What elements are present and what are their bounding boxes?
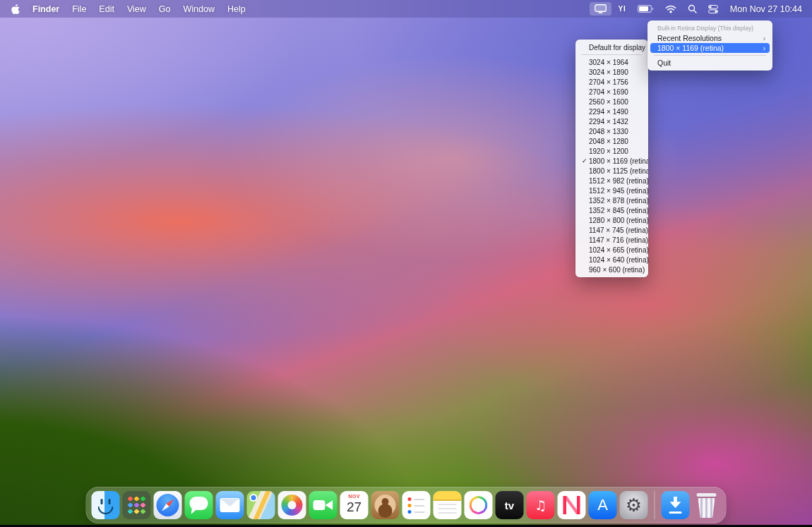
resolution-label: 1512 × 945 (retina) (589, 187, 648, 195)
dock-calendar-icon[interactable]: NOV27 (340, 491, 369, 519)
menu-item-quit[interactable]: Quit (650, 58, 770, 68)
dock-maps-icon[interactable] (247, 491, 275, 519)
resolution-option[interactable]: 1147 × 716 (retina) (578, 235, 645, 245)
dock-facetime-icon[interactable] (309, 491, 338, 519)
resolution-option[interactable]: 1147 × 745 (retina) (578, 225, 645, 235)
resolution-label: 1512 × 982 (retina) (589, 177, 648, 185)
dock-music-icon[interactable] (527, 491, 555, 519)
menubar-item-view[interactable]: View (121, 4, 153, 14)
resolution-label: 2048 × 1330 (589, 128, 628, 135)
resolution-option[interactable]: 1920 × 1200 (578, 146, 645, 156)
dock-settings-icon[interactable] (620, 491, 648, 519)
search-icon (688, 4, 697, 13)
battery-status[interactable] (633, 3, 659, 15)
resolution-label: 1147 × 716 (retina) (589, 236, 648, 244)
spotlight[interactable] (683, 2, 702, 16)
dock-freeform-icon[interactable] (465, 491, 493, 519)
menu-item-label: Quit (657, 59, 671, 67)
menubar-item-finder[interactable]: Finder (26, 4, 66, 14)
resolution-label: 1024 × 640 (retina) (589, 256, 648, 264)
resolution-label: 3024 × 1964 (589, 59, 628, 66)
dock: NOV27 (86, 487, 727, 523)
resolution-option[interactable]: 960 × 600 (retina) (578, 265, 645, 274)
dock-appletv-icon[interactable] (496, 491, 524, 519)
menubar-right: YI Mon Nov 27 10:44 (590, 2, 805, 16)
resolution-option[interactable]: 2048 × 1280 (578, 136, 645, 146)
dock-appstore-icon[interactable] (589, 491, 617, 519)
resolution-option[interactable]: 2048 × 1330 (578, 126, 645, 136)
menubar-item-window[interactable]: Window (177, 4, 220, 14)
dock-trash-icon[interactable] (693, 491, 721, 519)
menu-extra[interactable]: YI (613, 3, 631, 15)
resolution-option[interactable]: 2704 × 1756 (578, 77, 645, 87)
submenu-chevron-icon: › (763, 35, 765, 42)
resolution-submenu: Default for display3024 × 19643024 × 189… (575, 40, 648, 277)
menu-item-label: 1800 × 1169 (retina) (657, 44, 724, 52)
resolution-label: 960 × 600 (retina) (589, 266, 645, 274)
resolution-label: 1024 × 665 (retina) (589, 246, 648, 254)
menu-item-current-resolution[interactable]: 1800 × 1169 (retina)› (650, 43, 770, 53)
resolution-option[interactable]: 1024 × 640 (retina) (578, 255, 645, 265)
display-menu: Built-in Retina Display (This display)Re… (647, 20, 772, 71)
resolution-option[interactable]: 1512 × 945 (retina) (578, 186, 645, 195)
resolution-option[interactable]: 3024 × 1890 (578, 67, 645, 77)
dock-notes-icon[interactable] (434, 491, 462, 519)
wifi-status[interactable] (660, 3, 681, 16)
resolution-option[interactable]: 1352 × 845 (retina) (578, 205, 645, 215)
menubar-left-items: FinderFileEditViewGoWindowHelp (26, 4, 252, 14)
resolution-label: 1280 × 800 (retina) (589, 217, 648, 224)
resolution-label: 2704 × 1690 (589, 88, 628, 96)
resolution-label: 1800 × 1125 (retina) (589, 167, 648, 175)
display-icon (595, 4, 607, 13)
resolution-label: 2294 × 1490 (589, 108, 628, 116)
submenu-chevron-icon: › (763, 44, 765, 52)
menu-item-display-header: Built-in Retina Display (This display) (650, 23, 770, 33)
resolution-label: 1920 × 1200 (589, 147, 628, 155)
resolution-option[interactable]: 1512 × 982 (retina) (578, 176, 645, 186)
control-center-icon (708, 5, 718, 13)
menubar-item-go[interactable]: Go (153, 4, 177, 14)
dock-finder-icon[interactable] (92, 491, 120, 519)
resolution-option[interactable]: 1800 × 1125 (retina) (578, 166, 645, 176)
resolution-label: 2704 × 1756 (589, 78, 628, 86)
dock-safari-icon[interactable] (154, 491, 182, 519)
resolution-option[interactable]: Default for display (578, 42, 645, 52)
menubar-clock[interactable]: Mon Nov 27 10:44 (724, 4, 805, 14)
menu-separator (582, 54, 642, 55)
menubar-item-edit[interactable]: Edit (92, 4, 121, 14)
calendar-month-label: NOV (348, 494, 360, 499)
dock-contacts-icon[interactable] (371, 491, 400, 519)
resolution-option[interactable]: 2294 × 1432 (578, 116, 645, 126)
menu-extra-icon: YI (618, 5, 626, 13)
display-menu-extra[interactable] (590, 2, 611, 16)
resolution-option[interactable]: 2560 × 1600 (578, 97, 645, 107)
control-center[interactable] (703, 3, 723, 16)
menu-separator (654, 55, 766, 56)
resolution-option[interactable]: 1280 × 800 (retina) (578, 215, 645, 225)
dock-downloads-icon[interactable] (662, 491, 690, 519)
resolution-option[interactable]: 1352 × 878 (retina) (578, 195, 645, 205)
menubar-item-help[interactable]: Help (221, 4, 252, 14)
checkmark-icon: ✓ (582, 157, 587, 165)
resolution-label: 2560 × 1600 (589, 98, 628, 106)
resolution-option[interactable]: 2704 × 1690 (578, 87, 645, 97)
dock-news-icon[interactable] (558, 491, 586, 519)
menubar: FinderFileEditViewGoWindowHelp YI Mon No… (0, 0, 812, 18)
menubar-item-file[interactable]: File (66, 4, 92, 14)
resolution-option[interactable]: 1024 × 665 (retina) (578, 245, 645, 255)
resolution-submenu-items: Default for display3024 × 19643024 × 189… (575, 42, 648, 274)
dock-photos-icon[interactable] (278, 491, 306, 519)
resolution-option[interactable]: 2294 × 1490 (578, 107, 645, 116)
dock-reminders-icon[interactable] (402, 491, 431, 519)
menu-item-recent-resolutions[interactable]: Recent Resolutions› (650, 33, 770, 43)
battery-icon (638, 5, 654, 13)
dock-launchpad-icon[interactable] (123, 491, 151, 519)
resolution-label: 2294 × 1432 (589, 118, 628, 126)
dock-messages-icon[interactable] (185, 491, 213, 519)
resolution-option[interactable]: 3024 × 1964 (578, 57, 645, 67)
resolution-label: 1800 × 1169 (retina) (589, 157, 648, 165)
apple-menu[interactable] (7, 4, 26, 14)
wifi-icon (665, 5, 676, 13)
resolution-option[interactable]: ✓1800 × 1169 (retina) (578, 156, 645, 166)
dock-mail-icon[interactable] (216, 491, 244, 519)
